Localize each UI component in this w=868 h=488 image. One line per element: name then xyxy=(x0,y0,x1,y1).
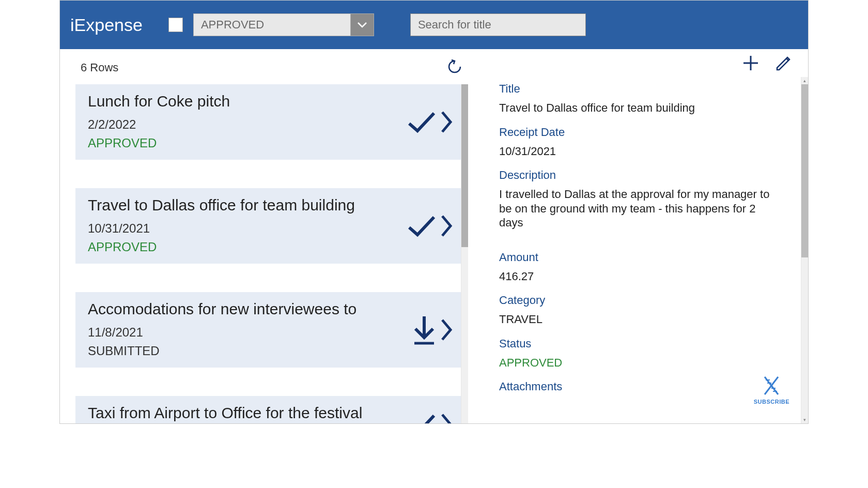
list-item[interactable]: Travel to Dallas office for team buildin… xyxy=(75,188,461,264)
list-scrollbar[interactable]: ▴ ▾ xyxy=(461,84,468,423)
list-item-status: APPROVED xyxy=(88,240,448,254)
field-label-description: Description xyxy=(499,169,780,182)
list-item-date: 2/2/2022 xyxy=(88,117,448,132)
list-item-title: Accomodations for new interviewees to xyxy=(88,300,448,318)
content-area: 6 Rows Lunch for Coke pitch 2/2/2022 APP… xyxy=(60,49,808,423)
list-item-actions xyxy=(411,314,454,345)
app-title: iExpense xyxy=(70,15,143,35)
app-header: iExpense APPROVED xyxy=(60,1,808,49)
field-value-title: Travel to Dallas office for team buildin… xyxy=(499,101,780,115)
field-label-attachments: Attachments xyxy=(499,380,780,393)
refresh-icon xyxy=(446,58,463,75)
field-label-amount: Amount xyxy=(499,251,780,264)
app-window: iExpense APPROVED 6 Rows xyxy=(59,0,809,424)
download-icon xyxy=(411,314,437,345)
list-item-actions xyxy=(406,213,454,239)
field-value-category: TRAVEL xyxy=(499,312,780,327)
field-value-receipt-date: 10/31/2021 xyxy=(499,144,780,159)
field-label-title: Title xyxy=(499,82,780,96)
chevron-right-icon[interactable] xyxy=(440,213,454,239)
expense-list: Lunch for Coke pitch 2/2/2022 APPROVED T… xyxy=(75,84,461,423)
list-item[interactable]: Taxi from Airport to Office for the fest… xyxy=(75,396,461,423)
subscribe-badge[interactable]: SUBSCRIBE xyxy=(754,374,789,405)
list-item-title: Lunch for Coke pitch xyxy=(88,93,448,110)
detail-toolbar xyxy=(473,54,808,74)
plus-icon xyxy=(742,54,760,72)
list-item-title: Travel to Dallas office for team buildin… xyxy=(88,196,448,214)
scrollbar-thumb[interactable] xyxy=(461,84,468,247)
refresh-button[interactable] xyxy=(446,58,463,77)
pencil-icon xyxy=(775,54,793,72)
check-icon xyxy=(406,411,437,423)
list-item-title: Taxi from Airport to Office for the fest… xyxy=(88,404,448,422)
edit-button[interactable] xyxy=(775,54,793,74)
scrollbar-thumb[interactable] xyxy=(801,84,808,257)
subscribe-label: SUBSCRIBE xyxy=(754,399,789,405)
dna-icon xyxy=(760,374,783,398)
list-scroll-wrap: Lunch for Coke pitch 2/2/2022 APPROVED T… xyxy=(75,84,468,423)
rows-count-label: 6 Rows xyxy=(81,61,118,74)
list-item[interactable]: Lunch for Coke pitch 2/2/2022 APPROVED xyxy=(75,84,461,160)
scroll-up-arrow-icon[interactable]: ▴ xyxy=(801,77,808,84)
status-filter-value: APPROVED xyxy=(194,14,351,36)
detail-scroll-wrap: Title Travel to Dallas office for team b… xyxy=(473,77,808,423)
field-value-description: I travelled to Dallas at the approval fo… xyxy=(499,187,780,230)
list-panel: 6 Rows Lunch for Coke pitch 2/2/2022 APP… xyxy=(60,49,473,423)
list-item-actions xyxy=(406,411,454,423)
check-icon xyxy=(406,109,437,135)
list-item-date: 10/31/2021 xyxy=(88,221,448,236)
list-toolbar: 6 Rows xyxy=(75,58,468,77)
chevron-right-icon[interactable] xyxy=(440,109,454,135)
filter-checkbox[interactable] xyxy=(168,18,183,32)
detail-body: Title Travel to Dallas office for team b… xyxy=(473,77,801,423)
detail-scrollbar[interactable]: ▴ ▾ xyxy=(801,77,808,423)
field-label-category: Category xyxy=(499,294,780,307)
list-item-actions xyxy=(406,109,454,135)
check-icon xyxy=(406,213,437,239)
search-input[interactable] xyxy=(410,13,586,36)
field-label-receipt-date: Receipt Date xyxy=(499,126,780,139)
status-filter-dropdown[interactable]: APPROVED xyxy=(193,13,374,36)
dropdown-toggle-button[interactable] xyxy=(351,14,374,36)
chevron-down-icon xyxy=(357,21,367,28)
field-label-status: Status xyxy=(499,337,780,350)
chevron-right-icon[interactable] xyxy=(440,411,454,423)
list-item-date: 11/8/2021 xyxy=(88,325,448,340)
chevron-right-icon[interactable] xyxy=(440,317,454,343)
field-value-status: APPROVED xyxy=(499,356,780,370)
field-value-amount: 416.27 xyxy=(499,269,780,284)
scroll-down-arrow-icon[interactable]: ▾ xyxy=(801,416,808,423)
list-item[interactable]: Accomodations for new interviewees to 11… xyxy=(75,292,461,368)
list-item-status: APPROVED xyxy=(88,136,448,150)
list-item-status: SUBMITTED xyxy=(88,344,448,358)
add-button[interactable] xyxy=(742,54,760,74)
detail-panel: Title Travel to Dallas office for team b… xyxy=(473,49,808,423)
